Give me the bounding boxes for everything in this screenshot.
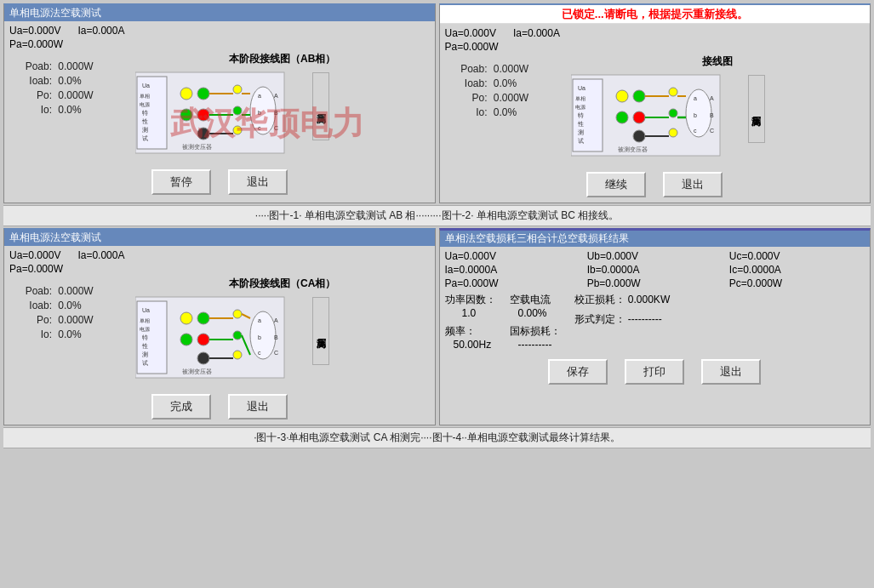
svg-text:B: B: [710, 112, 714, 118]
form-judgment-label: 形式判定：: [574, 313, 626, 325]
result-col-1: 功率因数： 1.0 频率： 50.00Hz: [445, 293, 496, 351]
svg-text:C: C: [274, 350, 278, 356]
ub-br: Ub=0.000V: [587, 250, 723, 262]
wiring-diagram-tl: Ua 单相 电源 特 性 测 试: [135, 68, 306, 162]
ioab-val-tl: 0.0%: [58, 75, 81, 87]
svg-point-81: [250, 311, 276, 359]
top-left-left: Poab: 0.000W Ioab: 0.0% Po: 0.000W Io: 0…: [9, 52, 129, 164]
national-loss-val: ----------: [518, 339, 552, 351]
io-val-tr: 0.0%: [494, 106, 517, 118]
next-button-tl[interactable]: 退出: [228, 169, 288, 195]
io-label-tr: Io:: [445, 106, 488, 118]
svg-text:性: 性: [141, 118, 148, 124]
bottom-left-buttons: 完成 退出: [9, 394, 430, 420]
pc-br: Pc=0.000W: [729, 277, 865, 289]
io-label-tl: Io:: [9, 104, 52, 116]
svg-point-79: [233, 331, 242, 340]
svg-point-19: [233, 126, 242, 134]
svg-text:b: b: [694, 112, 697, 118]
svg-point-10: [197, 88, 209, 100]
svg-point-70: [180, 312, 192, 324]
poab-val-tr: 0.000W: [494, 63, 528, 75]
po-val-bl: 0.000W: [58, 314, 93, 326]
correction-loss-val: 0.000KW: [628, 294, 670, 305]
bottom-left-header: 单相电源法空载测试: [4, 230, 435, 246]
pa-br: Pa=0.000W: [445, 277, 580, 289]
po-bl: Po: 0.000W: [9, 314, 129, 326]
svg-point-42: [633, 111, 645, 123]
top-right-content: Poab: 0.000W Ioab: 0.0% Po: 0.000W Io: 0…: [445, 54, 865, 167]
svg-text:C: C: [274, 125, 278, 131]
alert-text: 已锁定...请断电，根据提示重新接线。: [440, 5, 871, 24]
svg-text:c: c: [258, 125, 261, 131]
svg-text:性: 性: [577, 121, 584, 127]
io-bl: Io: 0.0%: [9, 328, 129, 340]
svg-text:b: b: [258, 334, 261, 340]
exit-button-br[interactable]: 退出: [701, 359, 761, 385]
svg-point-73: [197, 334, 209, 345]
svg-point-20: [250, 87, 276, 134]
io-val-bl: 0.0%: [58, 328, 81, 340]
pa-row-tr: Pa=0.000W: [445, 41, 865, 53]
save-button[interactable]: 保存: [548, 359, 608, 385]
ioab-label-bl: Ioab:: [9, 300, 52, 311]
freq-label: 频率：: [445, 325, 476, 337]
correction-loss-label: 校正损耗：: [574, 294, 626, 305]
pf-row: 功率因数： 1.0: [445, 293, 496, 319]
po-label-tr: Po:: [445, 92, 488, 104]
pa-value-tl: Pa=0.000W: [9, 38, 63, 50]
svg-text:被测变压器: 被测变压器: [618, 146, 648, 152]
bottom-left-measurements: Ua=0.000V Ia=0.000A: [9, 249, 430, 261]
svg-point-47: [669, 88, 677, 96]
svg-text:电源: 电源: [140, 102, 150, 107]
svg-text:测: 测: [578, 129, 584, 135]
uc-br: Uc=0.000V: [729, 250, 865, 262]
poab-label-bl: Poab:: [9, 285, 52, 297]
diagram-title-bl: 本阶段接线图（CA相）: [135, 277, 430, 291]
caption-top: ·····图十-1· 单相电源空载测试 AB 相·········图十-2· 单…: [3, 205, 871, 226]
top-left-buttons: 暂停 退出: [9, 169, 430, 195]
pa-row-bl: Pa=0.000W: [9, 263, 430, 275]
ia-value-tl: Ia=0.000A: [77, 25, 124, 37]
poab-tl: Poab: 0.000W: [9, 60, 129, 72]
exit-button-tr[interactable]: 退出: [663, 172, 723, 197]
caption-bottom-text: ·图十-3·单相电源空载测试 CA 相测完····图十-4··单相电源空载测试最…: [254, 431, 620, 445]
svg-text:a: a: [258, 317, 261, 323]
io-val-tl: 0.0%: [58, 104, 81, 116]
svg-text:被测变压器: 被测变压器: [182, 368, 212, 374]
svg-point-13: [197, 128, 209, 140]
svg-text:单相: 单相: [575, 96, 586, 101]
bottom-left-left: Poab: 0.000W Ioab: 0.0% Po: 0.000W Io: 0…: [9, 277, 129, 389]
exit-button-bl[interactable]: 退出: [228, 394, 288, 420]
top-right-measurements: Ua=0.000V Ia=0.000A: [445, 27, 865, 39]
po-tr: Po: 0.000W: [445, 92, 564, 104]
svg-point-74: [197, 352, 209, 364]
ua-value-tr: Ua=0.000V: [445, 27, 496, 39]
ioab-tl: Ioab: 0.0%: [9, 75, 129, 87]
continue-button[interactable]: 继续: [586, 172, 646, 197]
svg-text:试: 试: [578, 138, 584, 144]
bottom-right-panel: 单相法空载损耗三相合计总空载损耗结果 Ua=0.000V Ub=0.000V U…: [439, 228, 871, 425]
svg-text:A: A: [274, 317, 278, 323]
pause-button[interactable]: 暂停: [151, 169, 211, 195]
top-right-buttons: 继续 退出: [445, 172, 865, 197]
top-left-panel: 单相电源法空载测试 Ua=0.000V Ia=0.000A Pa=0.000W …: [3, 3, 436, 203]
no-load-current-row: 空载电流 0.00%: [510, 293, 561, 319]
poab-val-bl: 0.000W: [58, 285, 93, 297]
svg-point-11: [180, 109, 192, 121]
print-button[interactable]: 打印: [625, 359, 684, 385]
svg-point-12: [197, 109, 209, 121]
svg-text:Ua: Ua: [142, 307, 150, 313]
svg-point-48: [669, 109, 677, 117]
complete-button[interactable]: 完成: [151, 394, 211, 420]
ioab-bl: Ioab: 0.0%: [9, 300, 129, 311]
bottom-right-header: 单相法空载损耗三相合计总空载损耗结果: [440, 231, 871, 247]
svg-text:Ua: Ua: [578, 85, 586, 91]
svg-text:测: 测: [142, 351, 148, 357]
svg-point-17: [233, 85, 242, 94]
svg-text:试: 试: [142, 135, 148, 141]
ia-value-bl: Ia=0.000A: [77, 249, 124, 261]
freq-row: 频率： 50.00Hz: [445, 324, 496, 351]
diagram-title-tr: 接线图: [571, 54, 865, 69]
no-load-current-label: 空载电流: [510, 294, 551, 305]
